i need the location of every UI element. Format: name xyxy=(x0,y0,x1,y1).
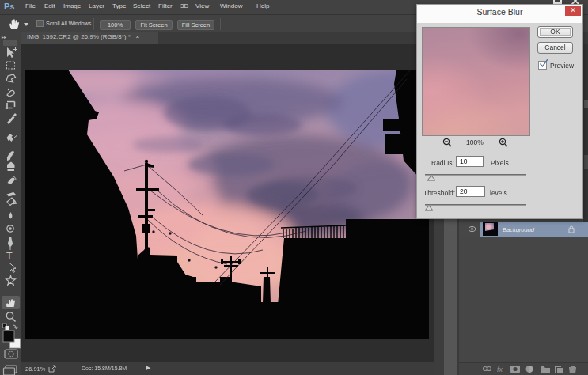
svg-text:fx: fx xyxy=(497,366,503,373)
svg-text:T: T xyxy=(6,251,13,262)
